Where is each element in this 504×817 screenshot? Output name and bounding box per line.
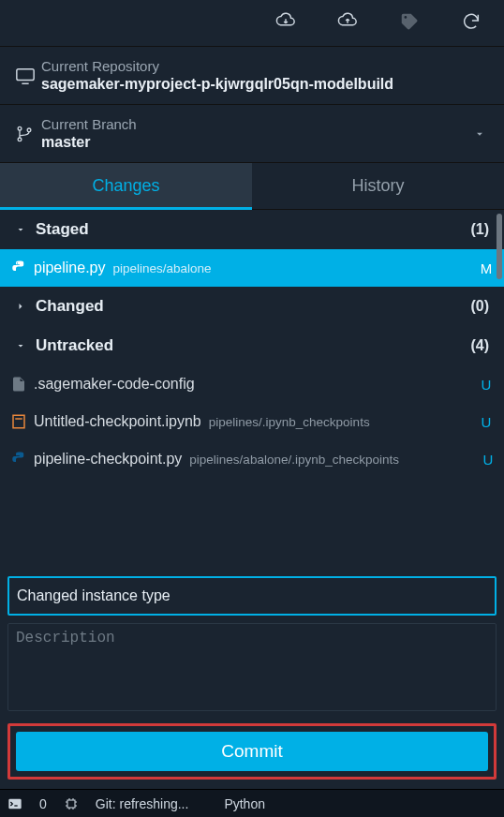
group-staged-title: Staged xyxy=(36,220,89,239)
file-status: U xyxy=(478,377,495,393)
file-name: pipeline-checkpoint.py xyxy=(34,451,182,468)
chevron-down-icon xyxy=(15,224,28,235)
repository-name: sagemaker-myproject-p-kjwrgqlr05qn-model… xyxy=(41,76,489,93)
file-name: pipeline.py xyxy=(34,260,106,276)
svg-rect-4 xyxy=(13,415,24,428)
chevron-down-icon xyxy=(470,127,489,141)
svg-rect-6 xyxy=(8,798,21,809)
chevron-right-icon xyxy=(15,301,28,312)
file-path: pipelines/abalone xyxy=(113,261,212,275)
tab-changes[interactable]: Changes xyxy=(0,163,252,209)
terminal-icon[interactable] xyxy=(4,796,26,811)
file-status: U xyxy=(480,452,497,468)
status-git[interactable]: Git: refreshing... xyxy=(92,796,193,811)
python-icon xyxy=(9,450,28,468)
commit-button-highlight: Commit xyxy=(7,723,497,780)
branch-label: Current Branch xyxy=(41,116,470,132)
commit-description-input[interactable] xyxy=(7,623,497,711)
kernel-icon[interactable] xyxy=(60,796,82,811)
scrollbar[interactable] xyxy=(497,214,502,279)
file-row[interactable]: Untitled-checkpoint.ipynb pipelines/.ipy… xyxy=(0,403,504,440)
file-path: pipelines/.ipynb_checkpoints xyxy=(209,415,370,429)
group-changed-header[interactable]: Changed (0) xyxy=(0,287,504,326)
tag-icon[interactable] xyxy=(399,11,420,35)
refresh-icon[interactable] xyxy=(461,11,482,35)
svg-rect-5 xyxy=(15,418,22,420)
commit-summary-input[interactable] xyxy=(7,576,497,616)
status-language[interactable]: Python xyxy=(220,796,269,811)
group-untracked-title: Untracked xyxy=(36,336,113,355)
status-errors[interactable]: 0 xyxy=(36,796,51,811)
group-staged-count: (1) xyxy=(470,221,489,238)
file-name: .sagemaker-code-config xyxy=(34,376,195,393)
group-changed-count: (0) xyxy=(470,298,489,315)
svg-point-3 xyxy=(27,128,31,132)
monitor-icon xyxy=(15,66,41,86)
file-path: pipelines/abalone/.ipynb_checkpoints xyxy=(189,453,399,467)
status-bar: 0 Git: refreshing... Python xyxy=(0,789,504,817)
file-status: M xyxy=(478,260,495,276)
svg-point-2 xyxy=(18,138,22,141)
file-row[interactable]: .sagemaker-code-config U xyxy=(0,365,504,403)
svg-rect-0 xyxy=(17,68,34,80)
current-repository-section[interactable]: Current Repository sagemaker-myproject-p… xyxy=(0,47,504,105)
group-staged-header[interactable]: Staged (1) xyxy=(0,210,504,249)
cloud-upload-icon[interactable] xyxy=(337,11,358,35)
file-row[interactable]: pipeline-checkpoint.py pipelines/abalone… xyxy=(0,440,504,478)
commit-button[interactable]: Commit xyxy=(16,732,488,771)
branch-icon xyxy=(15,125,41,143)
current-branch-section[interactable]: Current Branch master xyxy=(0,105,504,163)
python-icon xyxy=(9,259,28,277)
group-untracked-count: (4) xyxy=(470,337,489,354)
file-row[interactable]: pipeline.py pipelines/abalone M xyxy=(0,249,504,287)
chevron-down-icon xyxy=(15,340,28,351)
cloud-download-icon[interactable] xyxy=(275,11,296,35)
file-status: U xyxy=(478,414,495,430)
group-untracked-header[interactable]: Untracked (4) xyxy=(0,326,504,365)
file-icon xyxy=(9,375,28,394)
commit-area: Commit xyxy=(7,576,497,780)
top-toolbar xyxy=(0,0,504,47)
changes-body: Staged (1) pipeline.py pipelines/abalone… xyxy=(0,210,504,789)
file-name: Untitled-checkpoint.ipynb xyxy=(34,413,201,430)
svg-point-1 xyxy=(18,126,22,130)
notebook-icon xyxy=(9,412,28,431)
tab-history[interactable]: History xyxy=(252,163,504,209)
repository-label: Current Repository xyxy=(41,58,489,74)
group-changed-title: Changed xyxy=(36,297,104,316)
tabs: Changes History xyxy=(0,163,504,210)
svg-rect-7 xyxy=(67,800,75,808)
branch-name: master xyxy=(41,134,470,151)
